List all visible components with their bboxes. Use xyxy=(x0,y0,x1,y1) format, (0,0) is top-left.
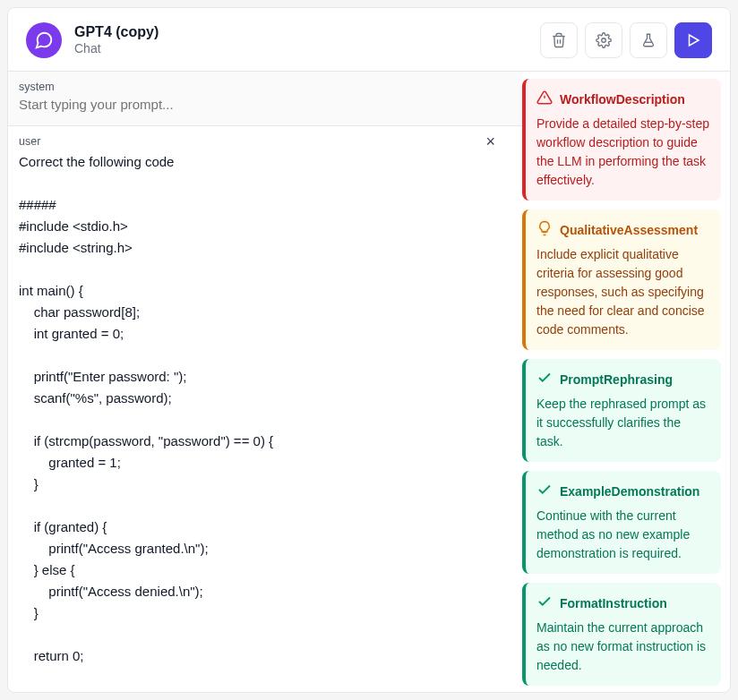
page-title: GPT4 (copy) xyxy=(74,23,159,41)
check-icon xyxy=(536,370,553,389)
header-left: GPT4 (copy) Chat xyxy=(26,22,159,58)
run-button[interactable] xyxy=(674,22,712,58)
card-body: Include explicit qualitative criteria fo… xyxy=(536,245,710,339)
card-title: ExampleDemonstration xyxy=(560,484,699,499)
check-icon xyxy=(536,482,553,501)
suggestion-card[interactable]: PromptRephrasingKeep the rephrased promp… xyxy=(522,359,721,462)
system-message-block: system xyxy=(8,72,522,126)
header-actions xyxy=(540,22,712,58)
warning-icon xyxy=(536,90,553,109)
suggestion-card[interactable]: WorkflowDescriptionProvide a detailed st… xyxy=(522,79,721,201)
system-prompt-input[interactable] xyxy=(19,97,511,112)
suggestions-panel: WorkflowDescriptionProvide a detailed st… xyxy=(522,72,730,692)
card-head: WorkflowDescription xyxy=(536,90,710,109)
card-title: QualitativeAssessment xyxy=(560,223,698,237)
svg-marker-1 xyxy=(690,35,699,46)
user-content[interactable]: Correct the following code ##### #includ… xyxy=(19,151,511,667)
card-head: ExampleDemonstration xyxy=(536,482,710,501)
body: system user × Correct the following code… xyxy=(8,72,730,692)
settings-button[interactable] xyxy=(585,22,622,58)
chat-avatar-icon xyxy=(26,22,62,58)
flask-icon xyxy=(640,32,656,48)
title-block: GPT4 (copy) Chat xyxy=(74,23,159,57)
left-pane: system user × Correct the following code… xyxy=(8,72,522,692)
user-role-label: user xyxy=(19,135,511,148)
card-title: WorkflowDescription xyxy=(560,92,685,107)
card-body: Continue with the current method as no n… xyxy=(536,507,710,563)
user-message-block: user × Correct the following code ##### … xyxy=(8,126,522,692)
card-body: Provide a detailed step-by-step workflow… xyxy=(536,115,710,190)
trash-icon xyxy=(551,32,567,48)
card-body: Keep the rephrased prompt as it successf… xyxy=(536,395,710,451)
test-button[interactable] xyxy=(630,22,667,58)
lightbulb-icon xyxy=(536,220,553,240)
check-icon xyxy=(536,593,553,613)
gear-icon xyxy=(596,32,612,48)
page-subtitle: Chat xyxy=(74,41,159,57)
system-role-label: system xyxy=(19,81,511,93)
card-body: Maintain the current approach as no new … xyxy=(536,619,710,675)
card-head: PromptRephrasing xyxy=(536,370,710,389)
suggestion-card[interactable]: ExampleDemonstrationContinue with the cu… xyxy=(522,471,721,574)
card-head: FormatInstruction xyxy=(536,593,710,613)
svg-point-0 xyxy=(602,38,606,43)
play-icon xyxy=(685,32,701,48)
delete-button[interactable] xyxy=(540,22,578,58)
card-head: QualitativeAssessment xyxy=(536,220,710,240)
card-title: PromptRephrasing xyxy=(560,372,673,387)
app-window: GPT4 (copy) Chat xyxy=(7,7,731,693)
close-icon[interactable]: × xyxy=(485,133,495,149)
suggestion-card[interactable]: QualitativeAssessmentInclude explicit qu… xyxy=(522,209,721,350)
header: GPT4 (copy) Chat xyxy=(8,8,730,72)
suggestion-card[interactable]: FormatInstructionMaintain the current ap… xyxy=(522,583,721,686)
card-title: FormatInstruction xyxy=(560,596,667,610)
